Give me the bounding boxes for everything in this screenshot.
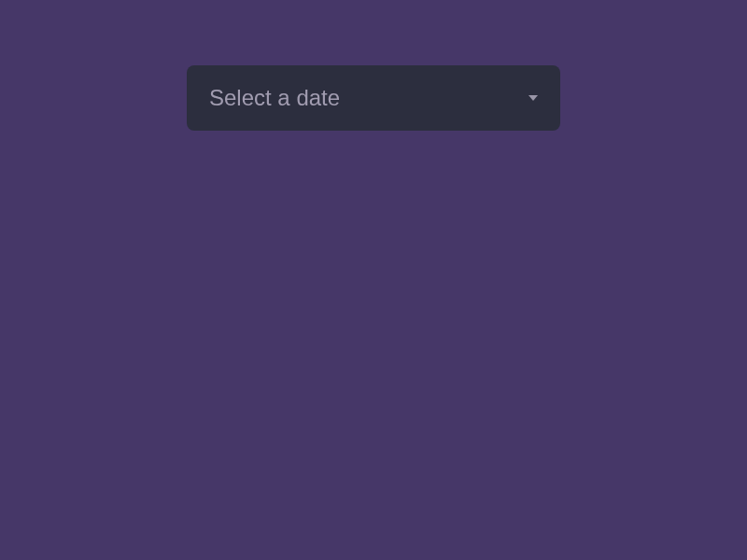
- caret-down-icon: [529, 95, 538, 101]
- date-select-label: Select a date: [209, 85, 340, 111]
- date-select[interactable]: Select a date: [187, 65, 560, 131]
